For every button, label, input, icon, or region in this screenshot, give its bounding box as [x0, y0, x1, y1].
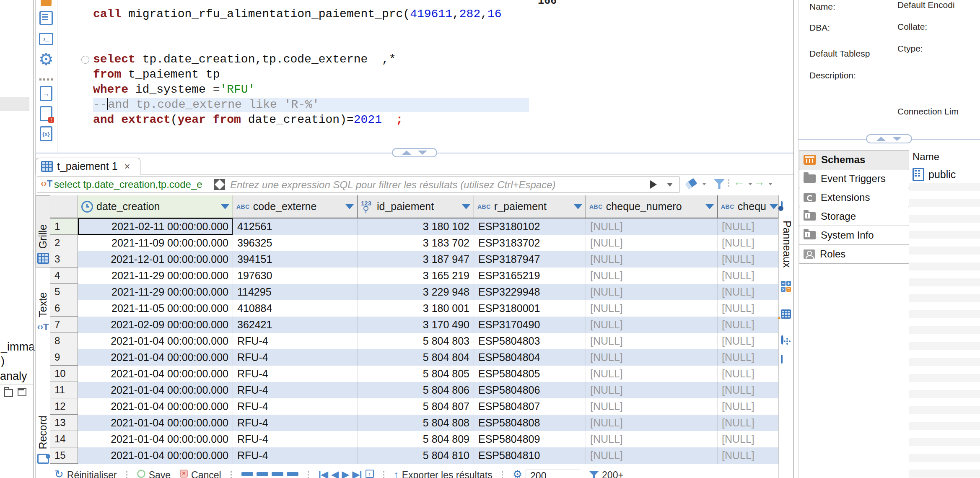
cell-code-externe[interactable]: RFU-4 — [233, 349, 358, 366]
row-number-cell[interactable]: 14 — [50, 431, 78, 447]
refresh-button[interactable]: ↻Réinitialiser — [54, 470, 117, 478]
splitter-handle[interactable] — [392, 148, 437, 157]
cell-r-paiement[interactable]: ESP5804803 — [474, 333, 586, 349]
table-row[interactable]: 122021-01-04 00:00:00.000RFU-45 804 807E… — [50, 398, 778, 415]
cell-code-externe[interactable]: 396325 — [233, 235, 358, 251]
sql-code-area[interactable]: call migration_rfu_alimentation_paiement… — [58, 7, 793, 127]
cell-date-creation[interactable]: 2021-01-04 00:00:00.000 — [78, 398, 233, 415]
cell-id-paiement[interactable]: 3 229 948 — [358, 284, 474, 300]
cell-r-paiement[interactable]: ESP5804807 — [474, 398, 586, 415]
row-number-cell[interactable]: 10 — [50, 366, 78, 382]
cell-cheque-numero[interactable]: [NULL] — [586, 284, 718, 300]
cell-date-creation[interactable]: 2021-01-04 00:00:00.000 — [78, 349, 233, 366]
row-number-cell[interactable]: 1 — [50, 218, 78, 235]
table-row[interactable]: 142021-01-04 00:00:00.000RFU-45 804 809E… — [50, 431, 778, 447]
filter-dropdown-icon[interactable] — [667, 183, 673, 187]
cell-cheque-numero[interactable]: [NULL] — [586, 333, 718, 349]
sidebar-item-storage[interactable]: Storage — [799, 207, 909, 226]
apply-filter-play-icon[interactable] — [650, 180, 657, 189]
variables-file-icon[interactable]: {x} — [39, 127, 53, 141]
cell-cheque-extra[interactable]: [NULL] — [718, 415, 778, 431]
nav-last-icon[interactable]: ▶| — [353, 470, 362, 478]
table-row[interactable]: 42021-11-29 00:00:00.0001976303 165 219E… — [50, 268, 778, 284]
row-number-cell[interactable]: 13 — [50, 415, 78, 431]
execute-script-icon[interactable] — [39, 11, 53, 25]
close-icon[interactable]: × — [124, 161, 130, 172]
cell-cheque-extra[interactable]: [NULL] — [718, 382, 778, 398]
cell-id-paiement[interactable]: 5 804 810 — [358, 447, 474, 464]
table-row[interactable]: 62021-11-05 00:00:00.0004108843 180 001E… — [50, 300, 778, 317]
chevron-down-icon[interactable] — [768, 183, 773, 185]
cell-cheque-extra[interactable]: [NULL] — [718, 235, 778, 251]
table-row[interactable]: 112021-01-04 00:00:00.000RFU-45 804 806E… — [50, 382, 778, 398]
cell-r-paiement[interactable]: ESP5804805 — [474, 366, 586, 382]
cell-code-externe[interactable]: 412561 — [233, 218, 358, 235]
sort-filter-arrow-icon[interactable] — [705, 204, 714, 209]
filter-input[interactable]: ‹›T select tp.date_creation,tp.code_e En… — [37, 176, 680, 193]
settings-gear-icon[interactable]: ⚙ — [39, 52, 53, 66]
column-header-date-creation[interactable]: date_creation — [78, 195, 233, 218]
cell-cheque-extra[interactable]: [NULL] — [718, 349, 778, 366]
collapse-down-icon[interactable] — [892, 137, 902, 141]
save-button[interactable]: Save — [137, 470, 171, 478]
cell-code-externe[interactable]: RFU-4 — [233, 415, 358, 431]
sidebar-item-roles[interactable]: Roles — [799, 244, 909, 264]
cell-code-externe[interactable]: 114295 — [233, 284, 358, 300]
cell-cheque-numero[interactable]: [NULL] — [586, 218, 718, 235]
add-row-icon[interactable] — [257, 472, 268, 476]
cell-id-paiement[interactable]: 5 804 805 — [358, 366, 474, 382]
cell-code-externe[interactable]: RFU-4 — [233, 382, 358, 398]
cell-date-creation[interactable]: 2021-01-04 00:00:00.000 — [78, 333, 233, 349]
cell-cheque-numero[interactable]: [NULL] — [586, 251, 718, 268]
row-number-cell[interactable]: 6 — [50, 300, 78, 317]
column-header-id-paiement[interactable]: 123id_paiement — [358, 195, 474, 218]
row-number-cell[interactable]: 5 — [50, 284, 78, 300]
cell-cheque-numero[interactable]: [NULL] — [586, 398, 718, 415]
cell-r-paiement[interactable]: ESP3229948 — [474, 284, 586, 300]
cell-cheque-numero[interactable]: [NULL] — [586, 300, 718, 317]
sort-filter-arrow-icon[interactable] — [462, 204, 470, 209]
duplicate-row-icon[interactable] — [272, 472, 283, 476]
cell-r-paiement[interactable]: ESP5804808 — [474, 415, 586, 431]
cell-r-paiement[interactable]: ESP3180001 — [474, 300, 586, 317]
cell-code-externe[interactable]: RFU-4 — [233, 447, 358, 464]
tab-grid-presentation[interactable]: Grille — [36, 195, 50, 268]
column-header-code-externe[interactable]: ABCcode_externe — [233, 195, 358, 218]
cell-r-paiement[interactable]: ESP3183702 — [474, 235, 586, 251]
cell-r-paiement[interactable]: ESP3165219 — [474, 268, 586, 284]
cell-cheque-numero[interactable]: [NULL] — [586, 415, 718, 431]
table-row[interactable]: 82021-01-04 00:00:00.000RFU-45 804 803ES… — [50, 333, 778, 349]
table-row[interactable]: 22021-11-09 00:00:00.0003963253 183 702E… — [50, 235, 778, 251]
cancel-button[interactable]: ✕Cancel — [180, 470, 221, 478]
sidebar-item-event-triggers[interactable]: Event Triggers — [799, 169, 909, 188]
cell-date-creation[interactable]: 2021-11-29 00:00:00.000 — [78, 268, 233, 284]
split-panel-icon[interactable] — [781, 356, 783, 363]
cell-code-externe[interactable]: RFU-4 — [233, 333, 358, 349]
cell-cheque-extra[interactable]: [NULL] — [718, 218, 778, 235]
cell-date-creation[interactable]: 2021-12-01 00:00:00.000 — [78, 251, 233, 268]
cell-cheque-numero[interactable]: [NULL] — [586, 366, 718, 382]
cell-date-creation[interactable]: 2021-02-09 00:00:00.000 — [78, 317, 233, 333]
cell-id-paiement[interactable]: 5 804 809 — [358, 431, 474, 447]
cell-id-paiement[interactable]: 3 180 102 — [358, 218, 474, 235]
table-row[interactable]: 32021-12-01 00:00:00.0003941513 187 947E… — [50, 251, 778, 268]
row-number-cell[interactable]: 11 — [50, 382, 78, 398]
cell-cheque-extra[interactable]: [NULL] — [718, 317, 778, 333]
row-number-cell[interactable]: 8 — [50, 333, 78, 349]
calculator-icon[interactable]: −+×= — [781, 281, 791, 291]
row-number-cell[interactable]: 9 — [50, 349, 78, 366]
sql-console-icon[interactable]: ›_ — [39, 32, 53, 46]
fetch-more-icon[interactable] — [589, 471, 599, 478]
table-row[interactable]: 132021-01-04 00:00:00.000RFU-45 804 808E… — [50, 415, 778, 431]
cell-cheque-extra[interactable]: [NULL] — [718, 284, 778, 300]
edit-cell-icon[interactable] — [241, 472, 253, 476]
cell-cheque-extra[interactable]: [NULL] — [718, 431, 778, 447]
table-row[interactable]: 12021-02-11 00:00:00.0004125613 180 102E… — [50, 218, 778, 235]
cell-cheque-numero[interactable]: [NULL] — [586, 317, 718, 333]
row-number-cell[interactable]: 7 — [50, 317, 78, 333]
cell-r-paiement[interactable]: ESP3170490 — [474, 317, 586, 333]
cell-cheque-extra[interactable]: [NULL] — [718, 251, 778, 268]
cell-code-externe[interactable]: RFU-4 — [233, 366, 358, 382]
partial-icon[interactable] — [39, 0, 53, 9]
cell-code-externe[interactable]: 197630 — [233, 268, 358, 284]
